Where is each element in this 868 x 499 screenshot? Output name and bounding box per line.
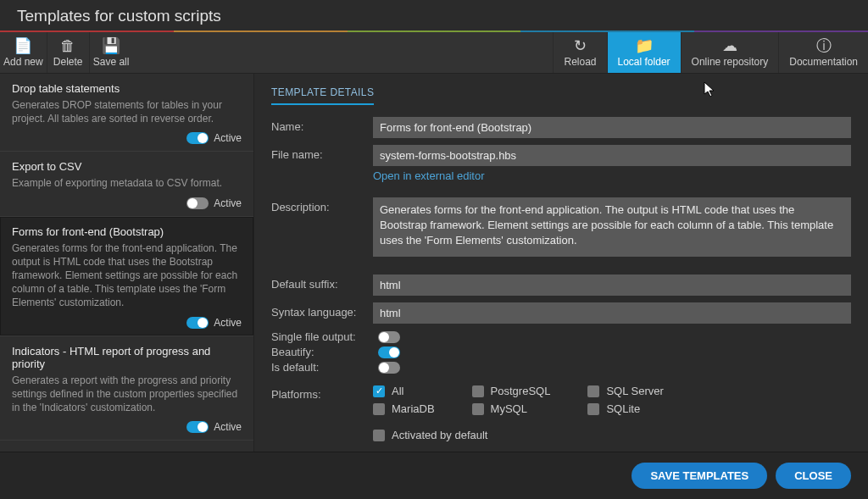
list-item-active-label: Active [214,317,242,329]
beautify-label: Beautify: [271,346,368,358]
beautify-toggle[interactable] [378,347,400,358]
list-item-title: Forms for front-end (Bootstrap) [12,225,242,238]
online-repo-button-label: Online repository [692,56,769,68]
checkbox-label: SQLite [606,402,640,415]
filename-label: File name: [271,145,373,161]
list-item[interactable]: MySQL Insert Nodejs Sample application c… [0,441,253,452]
platform-checkbox-all[interactable]: ✓All [373,385,435,397]
name-input[interactable] [373,117,851,138]
checkbox-icon [587,403,599,415]
list-item-active-label: Active [214,197,242,209]
rainbow-divider [0,30,868,32]
checkbox-label: MariaDB [392,402,435,415]
suffix-input[interactable] [373,274,851,296]
local-folder-button[interactable]: 📁Local folder [607,32,681,73]
description-input[interactable] [373,197,851,257]
list-item-title: Export to CSV [12,160,242,173]
checkbox-label: MySQL [491,402,527,415]
list-item-title: Drop table statements [12,82,242,95]
delete-button[interactable]: 🗑Delete [47,32,90,73]
syntax-input[interactable] [373,302,851,324]
checkbox-label: Activated by default [392,429,487,441]
platform-checkbox-postgresql[interactable]: PostgreSQL [472,385,551,397]
checkbox-icon [472,385,484,397]
local-folder-button-icon: 📁 [635,37,654,54]
delete-button-label: Delete [53,56,83,68]
template-details-panel: TEMPLATE DETAILS Name: File name: Open i… [254,74,868,452]
list-item-desc: Generates a report with the progress and… [12,374,242,415]
save-all-button-icon: 💾 [102,37,120,54]
name-label: Name: [271,117,373,133]
list-item-active-toggle[interactable] [186,317,209,329]
list-item-active-label: Active [214,421,242,433]
list-item[interactable]: Indicators - HTML report of progress and… [0,336,253,441]
list-item[interactable]: Forms for front-end (Bootstrap) Generate… [0,217,253,336]
platform-checkbox-mariadb[interactable]: MariaDB [373,402,435,415]
list-item-desc: Generates forms for the front-end applic… [12,241,242,310]
suffix-label: Default suffix: [271,274,373,291]
single-file-label: Single file output: [271,330,368,343]
list-item-active-toggle[interactable] [186,421,209,433]
platform-checkbox-mysql[interactable]: MySQL [472,402,551,415]
documentation-button-icon: ⓘ [816,37,832,54]
list-item-desc: Example of exporting metadata to CSV for… [12,176,242,190]
online-repo-button-icon: ☁ [722,37,737,54]
add-new-button-label: Add new [3,56,43,68]
single-file-toggle[interactable] [378,331,400,343]
reload-button[interactable]: ↻Reload [553,32,606,73]
platforms-label: Platforms: [271,385,373,401]
save-templates-button[interactable]: SAVE TEMPLATES [632,463,767,489]
checkbox-label: PostgreSQL [491,385,551,397]
list-item-title: Indicators - HTML report of progress and… [12,345,242,370]
open-external-link[interactable]: Open in external editor [373,169,485,182]
list-item-desc: Generates DROP statements for tables in … [12,98,242,125]
checkbox-icon: ✓ [373,385,385,397]
toolbar: 📄Add new🗑Delete💾Save all ↻Reload📁Local f… [0,32,868,74]
isdefault-label: Is default: [271,361,368,374]
reload-button-label: Reload [564,56,596,68]
isdefault-toggle[interactable] [378,362,400,374]
platform-checkbox-sqlite[interactable]: SQLite [587,402,663,415]
page-title: Templates for custom scripts [0,0,868,30]
list-item-active-label: Active [214,132,242,144]
local-folder-button-label: Local folder [618,56,670,68]
list-item-active-toggle[interactable] [186,197,209,209]
template-list[interactable]: Drop table statements Generates DROP sta… [0,74,254,452]
filename-input[interactable] [373,145,851,166]
checkbox-icon [587,385,599,397]
list-item-active-toggle[interactable] [186,132,209,144]
add-new-button-icon: 📄 [14,37,32,54]
checkbox-icon [373,403,385,415]
list-item[interactable]: Export to CSV Example of exporting metad… [0,152,253,216]
section-title: TEMPLATE DETAILS [271,86,374,105]
add-new-button[interactable]: 📄Add new [0,32,47,73]
save-all-button[interactable]: 💾Save all [90,32,133,73]
reload-button-icon: ↻ [574,37,587,54]
checkbox-label: All [392,385,403,397]
description-label: Description: [271,197,373,213]
activated-default-checkbox[interactable]: Activated by default [373,429,487,441]
platform-checkbox-sql-server[interactable]: SQL Server [587,385,663,397]
close-button[interactable]: CLOSE [776,463,851,489]
syntax-label: Syntax language: [271,302,373,319]
online-repo-button[interactable]: ☁Online repository [681,32,779,73]
delete-button-icon: 🗑 [60,37,75,54]
checkbox-icon [373,430,385,441]
documentation-button-label: Documentation [789,56,858,68]
checkbox-icon [472,403,484,415]
save-all-button-label: Save all [93,56,130,68]
checkbox-label: SQL Server [606,385,663,397]
list-item[interactable]: Drop table statements Generates DROP sta… [0,74,253,152]
documentation-button[interactable]: ⓘDocumentation [778,32,868,73]
footer: SAVE TEMPLATES CLOSE [0,452,868,499]
